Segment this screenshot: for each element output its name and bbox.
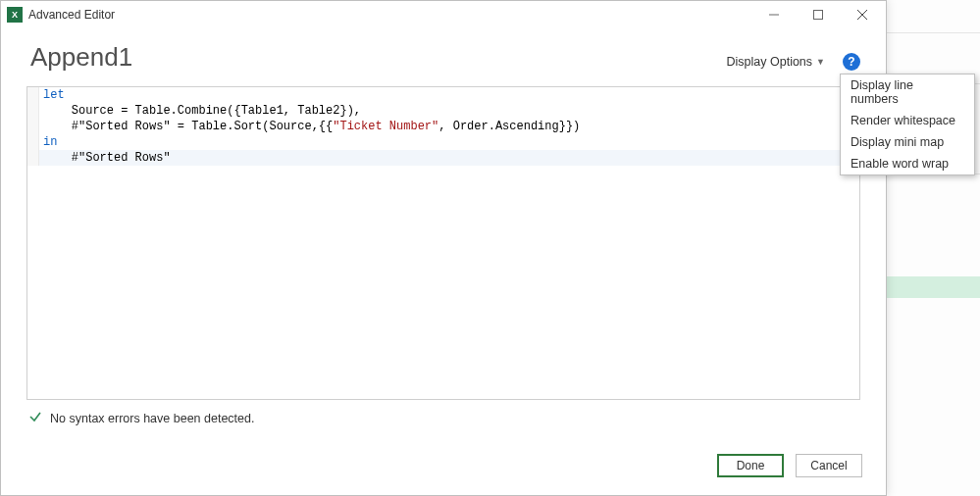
code-content[interactable]: #"Sorted Rows" = Table.Sort(Source,{{"Ti…	[39, 119, 859, 134]
minimize-button[interactable]	[751, 1, 796, 28]
maximize-button[interactable]	[796, 1, 840, 28]
code-line[interactable]: #"Sorted Rows" = Table.Sort(Source,{{"Ti…	[27, 119, 859, 134]
display-options-item[interactable]: Display mini map	[841, 131, 974, 153]
titlebar: X Advanced Editor	[1, 1, 886, 28]
code-line[interactable]: #"Sorted Rows"	[27, 150, 859, 166]
code-content[interactable]: in	[39, 134, 859, 150]
code-content[interactable]: Source = Table.Combine({Table1, Table2})…	[39, 103, 859, 119]
page-title: Append1	[30, 42, 723, 73]
svg-rect-1	[813, 10, 822, 19]
code-line[interactable]: in	[27, 134, 859, 150]
header-row: Append1 Display Options ▼ ?	[1, 28, 886, 86]
gutter	[27, 103, 39, 119]
gutter	[27, 119, 39, 134]
chevron-down-icon: ▼	[816, 57, 825, 67]
code-editor[interactable]: let Source = Table.Combine({Table1, Tabl…	[26, 86, 860, 400]
status-message: No syntax errors have been detected.	[50, 412, 254, 425]
display-options-item[interactable]: Display line numbers	[841, 74, 974, 110]
gutter	[27, 134, 39, 150]
display-options-label: Display Options	[727, 55, 813, 69]
display-options-item[interactable]: Enable word wrap	[841, 153, 974, 174]
window-title: Advanced Editor	[28, 8, 751, 22]
background-highlight	[887, 276, 980, 298]
footer: Done Cancel	[1, 440, 886, 495]
cancel-button[interactable]: Cancel	[796, 454, 862, 477]
advanced-editor-window: X Advanced Editor Append1 Display Option…	[0, 0, 887, 496]
display-options-dropdown[interactable]: Display Options ▼	[723, 53, 829, 71]
gutter	[27, 87, 39, 103]
excel-icon: X	[7, 7, 23, 23]
display-options-item[interactable]: Render whitespace	[841, 110, 974, 131]
code-content[interactable]: #"Sorted Rows"	[39, 150, 859, 166]
close-button[interactable]	[840, 1, 884, 28]
display-options-menu: Display line numbersRender whitespaceDis…	[840, 74, 975, 175]
code-line[interactable]: Source = Table.Combine({Table1, Table2})…	[27, 103, 859, 119]
help-icon[interactable]: ?	[843, 53, 860, 71]
code-content[interactable]: let	[39, 87, 859, 103]
gutter	[27, 150, 39, 166]
check-icon	[28, 410, 42, 426]
done-button[interactable]: Done	[717, 454, 784, 477]
code-line[interactable]: let	[27, 87, 859, 103]
status-row: No syntax errors have been detected.	[1, 400, 886, 426]
